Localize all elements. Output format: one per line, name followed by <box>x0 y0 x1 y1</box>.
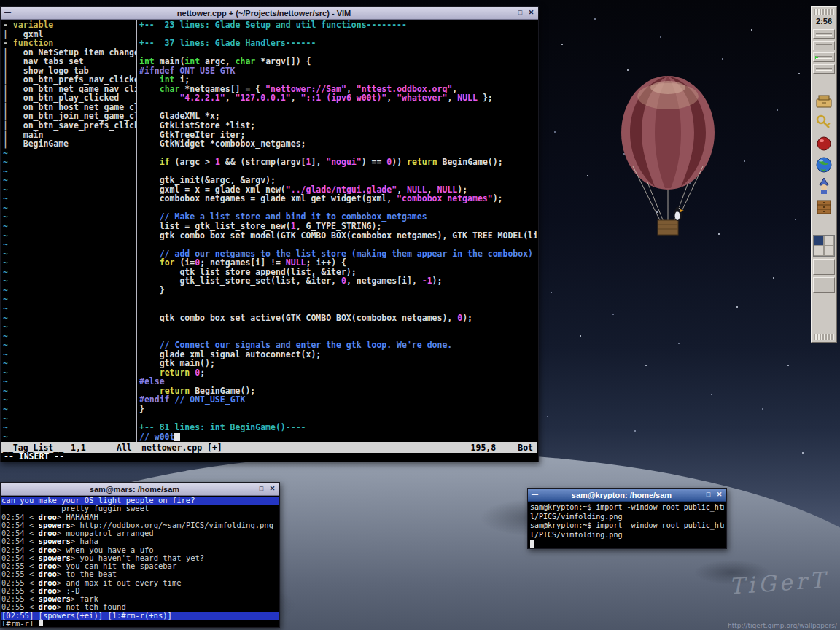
taglist-line: | main <box>3 131 136 140</box>
code-line: #else <box>139 377 537 386</box>
taglist-tilde: ~ <box>3 304 136 314</box>
code-line: combobox_netgames = glade_xml_get_widget… <box>139 194 537 203</box>
taglist-tilde: ~ <box>3 423 136 432</box>
globe-launcher[interactable] <box>814 155 833 174</box>
text-cursor <box>39 620 44 626</box>
code-line: glade_xml_signal_autoconnect(x); <box>139 350 537 359</box>
taglist-tilde: ~ <box>3 276 136 286</box>
terminal-line: sam@krypton:~$ import -window root publi… <box>530 521 724 531</box>
workspace-3[interactable] <box>814 246 824 256</box>
red-ball-launcher[interactable] <box>814 134 833 153</box>
code-line: gtk_init(&argc, &argv); <box>139 176 537 185</box>
taglist-tilde: ~ <box>3 341 136 350</box>
window-menu-icon[interactable]: — <box>530 490 540 499</box>
window-list-button-2[interactable] <box>813 41 835 50</box>
code-line: gxml = x = glade_xml_new("../glade/ntgui… <box>139 185 537 195</box>
taglist-line: | on_NetSetup_item_changed <box>3 48 136 58</box>
taglist-line: | on_btn_net_game_nav_clicke <box>3 85 136 94</box>
code-line: gtk_combo_box_set_active(GTK_COMBO_BOX(c… <box>139 314 537 323</box>
code-line <box>139 332 537 341</box>
mars-window-title: sam@mars: /home/sam <box>14 485 255 494</box>
desktop: TiGerT http://tigert.gimp.org/wallpapers… <box>0 0 840 630</box>
statusline-filename: nettower.cpp [+] <box>141 443 222 453</box>
irc-terminal-content[interactable]: can you make your OS light people on fir… <box>1 497 279 626</box>
code-line: int main(int argc, char *argv[]) { <box>139 57 537 66</box>
irc-input-line[interactable]: [#rm-r] <box>1 620 279 626</box>
close-icon[interactable]: ✕ <box>715 490 724 499</box>
taglist-tilde: ~ <box>3 268 136 277</box>
task-slot-1[interactable] <box>813 259 835 275</box>
statusline-pane-scroll: All <box>117 443 132 453</box>
maximize-icon[interactable]: □ <box>257 484 266 494</box>
code-line: +-- 37 lines: Glade Handlers------ <box>139 39 537 48</box>
task-slot-2[interactable] <box>813 277 835 293</box>
drawer-launcher[interactable] <box>814 92 833 111</box>
vim-code-pane[interactable]: +-- 23 lines: Glade Setup and util funct… <box>137 20 537 442</box>
taglist-tilde: ~ <box>3 167 136 176</box>
code-line: list = gtk_list_store_new(1, G_TYPE_STRI… <box>139 222 537 231</box>
workspace-2[interactable] <box>824 236 834 246</box>
balloon-basket <box>658 220 678 235</box>
led-indicator <box>815 56 818 59</box>
workspace-1-active[interactable] <box>814 236 824 246</box>
irc-message: 02:54 < spowers> http://oddbox.org/~sam/… <box>1 521 279 529</box>
statusline-pane-position: 1,1 <box>71 443 86 453</box>
vim-taglist-pane[interactable]: - variable| gxml- function| on_NetSetup_… <box>1 20 136 442</box>
irc-message: 02:54 < spowers> haha <box>1 537 279 545</box>
code-line: GtkWidget *combobox_netgames; <box>139 139 537 149</box>
maximize-icon[interactable]: □ <box>516 8 525 18</box>
taglist-tilde: ~ <box>3 194 136 203</box>
code-line: #ifndef ONT_USE_GTK <box>139 66 537 76</box>
code-line: // Make a list store and bind it to comb… <box>139 212 537 222</box>
dresser-launcher[interactable] <box>814 198 833 217</box>
panel-grip-bottom[interactable] <box>814 334 834 340</box>
workspace-pager[interactable] <box>813 235 835 257</box>
taglist-line: | on_btn_save_prefs_clicked <box>3 121 136 131</box>
window-list-button-4[interactable] <box>813 64 835 74</box>
code-line <box>139 167 537 176</box>
irc-message: 02:55 < droo> you can hit the spacebar <box>1 562 279 570</box>
code-line: for (i=0; netgames[i] != NULL; i++) { <box>139 258 537 268</box>
close-icon[interactable]: ✕ <box>526 8 536 18</box>
taglist-tilde: ~ <box>3 359 136 368</box>
taglist-tilde: ~ <box>3 332 136 341</box>
irc-message-list: 02:54 < droo> HAHAHAH02:54 < spowers> ht… <box>1 513 279 612</box>
window-list-button-1[interactable] <box>813 29 835 39</box>
mars-terminal-window: — sam@mars: /home/sam □ ✕ can you make y… <box>0 482 280 628</box>
mars-titlebar[interactable]: — sam@mars: /home/sam □ ✕ <box>1 483 279 496</box>
code-line <box>139 149 537 158</box>
irc-message: 02:55 < droo> :-D <box>1 587 279 595</box>
code-line: char *netgames[] = { "nettower://Sam", "… <box>139 85 537 94</box>
irc-message: 02:54 < droo> moonpatrol_arranged <box>1 529 279 537</box>
taglist-tilde: ~ <box>3 212 136 222</box>
window-menu-icon[interactable]: — <box>3 484 12 494</box>
vim-mode-indicator: -- INSERT -- <box>4 451 64 461</box>
shell-terminal-content[interactable]: sam@krypton:~$ import -window root publi… <box>529 502 726 548</box>
code-line: "4.2.2.1", "127.0.0.1", "::1 (ipv6 w00t)… <box>139 93 537 103</box>
window-menu-icon[interactable]: — <box>3 8 12 18</box>
window-list-button-3[interactable] <box>813 52 835 62</box>
taglist-tilde: ~ <box>3 203 136 213</box>
taglist-tilde: ~ <box>3 368 136 378</box>
taglist-line: | on_btn_join_net_game_click <box>3 112 136 121</box>
taglist-tilde: ~ <box>3 222 136 231</box>
code-line: #endif // ONT_USE_GTK <box>139 395 537 405</box>
code-line: +-- 23 lines: Glade Setup and util funct… <box>139 20 537 30</box>
irc-message: 02:55 < droo> not teh found <box>1 603 279 611</box>
vim-editor: - variable| gxml- function| on_NetSetup_… <box>1 20 537 461</box>
maximize-icon[interactable]: □ <box>704 490 713 499</box>
code-line: int i; <box>139 75 537 85</box>
dresser-icon <box>814 198 833 217</box>
taglist-tilde: ~ <box>3 432 136 442</box>
close-icon[interactable]: ✕ <box>268 484 277 494</box>
code-line: GtkTreeIter iter; <box>139 131 537 140</box>
wizard-icon <box>814 176 833 195</box>
code-line: GtkListStore *list; <box>139 121 537 131</box>
vim-titlebar[interactable]: — nettower.cpp + (~/Projects/nettower/sr… <box>1 7 538 20</box>
panel-grip-top[interactable] <box>814 9 834 15</box>
code-line <box>139 203 537 213</box>
keys-launcher[interactable] <box>814 113 833 132</box>
workspace-4[interactable] <box>824 246 834 256</box>
wizard-launcher[interactable] <box>814 176 833 195</box>
krypton-titlebar[interactable]: — sam@krypton: /home/sam □ ✕ <box>528 489 726 502</box>
